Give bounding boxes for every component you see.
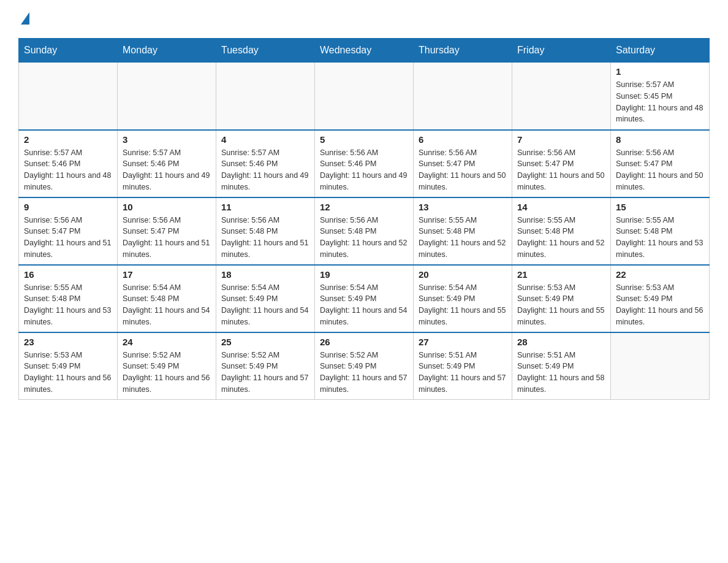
day-number: 9 xyxy=(24,202,112,212)
calendar-cell: 9Sunrise: 5:56 AMSunset: 5:47 PMDaylight… xyxy=(19,197,118,265)
day-info: Sunrise: 5:56 AMSunset: 5:47 PMDaylight:… xyxy=(123,215,211,261)
calendar-cell: 10Sunrise: 5:56 AMSunset: 5:47 PMDayligh… xyxy=(118,197,216,265)
day-of-week-header: Thursday xyxy=(414,39,512,63)
calendar-table: SundayMondayTuesdayWednesdayThursdayFrid… xyxy=(18,38,710,400)
day-info: Sunrise: 5:52 AMSunset: 5:49 PMDaylight:… xyxy=(221,350,309,396)
calendar-week-row: 9Sunrise: 5:56 AMSunset: 5:47 PMDaylight… xyxy=(19,197,710,265)
day-number: 10 xyxy=(123,202,211,212)
calendar-cell: 8Sunrise: 5:56 AMSunset: 5:47 PMDaylight… xyxy=(611,130,710,197)
day-info: Sunrise: 5:55 AMSunset: 5:48 PMDaylight:… xyxy=(517,215,605,261)
day-info: Sunrise: 5:56 AMSunset: 5:47 PMDaylight:… xyxy=(419,147,507,193)
day-number: 23 xyxy=(24,337,112,347)
day-info: Sunrise: 5:51 AMSunset: 5:49 PMDaylight:… xyxy=(419,350,507,396)
day-info: Sunrise: 5:53 AMSunset: 5:49 PMDaylight:… xyxy=(616,282,704,328)
day-info: Sunrise: 5:56 AMSunset: 5:47 PMDaylight:… xyxy=(24,215,112,261)
calendar-cell: 17Sunrise: 5:54 AMSunset: 5:48 PMDayligh… xyxy=(118,265,216,332)
day-number: 5 xyxy=(320,134,408,145)
day-info: Sunrise: 5:55 AMSunset: 5:48 PMDaylight:… xyxy=(24,282,112,328)
day-number: 13 xyxy=(419,202,507,212)
calendar-cell xyxy=(611,332,710,400)
day-of-week-header: Friday xyxy=(512,39,611,63)
day-of-week-header: Wednesday xyxy=(315,39,414,63)
day-number: 8 xyxy=(616,134,704,145)
day-number: 18 xyxy=(221,269,309,280)
calendar-cell: 15Sunrise: 5:55 AMSunset: 5:48 PMDayligh… xyxy=(611,197,710,265)
day-of-week-header: Monday xyxy=(118,39,216,63)
page-header xyxy=(18,12,710,26)
calendar-cell xyxy=(216,63,315,130)
calendar-cell: 2Sunrise: 5:57 AMSunset: 5:46 PMDaylight… xyxy=(19,130,118,197)
calendar-cell: 21Sunrise: 5:53 AMSunset: 5:49 PMDayligh… xyxy=(512,265,611,332)
day-info: Sunrise: 5:57 AMSunset: 5:45 PMDaylight:… xyxy=(616,79,704,125)
day-number: 22 xyxy=(616,269,704,280)
calendar-week-row: 16Sunrise: 5:55 AMSunset: 5:48 PMDayligh… xyxy=(19,265,710,332)
day-info: Sunrise: 5:52 AMSunset: 5:49 PMDaylight:… xyxy=(320,350,408,396)
calendar-cell: 20Sunrise: 5:54 AMSunset: 5:49 PMDayligh… xyxy=(414,265,512,332)
day-number: 3 xyxy=(123,134,211,145)
calendar-cell: 11Sunrise: 5:56 AMSunset: 5:48 PMDayligh… xyxy=(216,197,315,265)
day-of-week-header: Saturday xyxy=(611,39,710,63)
calendar-cell: 1Sunrise: 5:57 AMSunset: 5:45 PMDaylight… xyxy=(611,63,710,130)
calendar-cell: 22Sunrise: 5:53 AMSunset: 5:49 PMDayligh… xyxy=(611,265,710,332)
day-number: 12 xyxy=(320,202,408,212)
day-number: 21 xyxy=(517,269,605,280)
day-number: 7 xyxy=(517,134,605,145)
logo xyxy=(18,12,29,26)
calendar-cell xyxy=(118,63,216,130)
day-info: Sunrise: 5:53 AMSunset: 5:49 PMDaylight:… xyxy=(517,282,605,328)
day-number: 16 xyxy=(24,269,112,280)
day-info: Sunrise: 5:54 AMSunset: 5:49 PMDaylight:… xyxy=(419,282,507,328)
day-number: 11 xyxy=(221,202,309,212)
calendar-header-row: SundayMondayTuesdayWednesdayThursdayFrid… xyxy=(19,39,710,63)
calendar-cell: 14Sunrise: 5:55 AMSunset: 5:48 PMDayligh… xyxy=(512,197,611,265)
day-info: Sunrise: 5:56 AMSunset: 5:48 PMDaylight:… xyxy=(221,215,309,261)
calendar-week-row: 2Sunrise: 5:57 AMSunset: 5:46 PMDaylight… xyxy=(19,130,710,197)
calendar-cell: 27Sunrise: 5:51 AMSunset: 5:49 PMDayligh… xyxy=(414,332,512,400)
calendar-cell: 6Sunrise: 5:56 AMSunset: 5:47 PMDaylight… xyxy=(414,130,512,197)
calendar-cell: 28Sunrise: 5:51 AMSunset: 5:49 PMDayligh… xyxy=(512,332,611,400)
calendar-cell: 3Sunrise: 5:57 AMSunset: 5:46 PMDaylight… xyxy=(118,130,216,197)
day-info: Sunrise: 5:53 AMSunset: 5:49 PMDaylight:… xyxy=(24,350,112,396)
calendar-week-row: 1Sunrise: 5:57 AMSunset: 5:45 PMDaylight… xyxy=(19,63,710,130)
day-info: Sunrise: 5:52 AMSunset: 5:49 PMDaylight:… xyxy=(123,350,211,396)
day-number: 15 xyxy=(616,202,704,212)
calendar-week-row: 23Sunrise: 5:53 AMSunset: 5:49 PMDayligh… xyxy=(19,332,710,400)
day-info: Sunrise: 5:57 AMSunset: 5:46 PMDaylight:… xyxy=(221,147,309,193)
day-info: Sunrise: 5:56 AMSunset: 5:48 PMDaylight:… xyxy=(320,215,408,261)
day-of-week-header: Tuesday xyxy=(216,39,315,63)
calendar-cell: 24Sunrise: 5:52 AMSunset: 5:49 PMDayligh… xyxy=(118,332,216,400)
day-number: 20 xyxy=(419,269,507,280)
day-info: Sunrise: 5:57 AMSunset: 5:46 PMDaylight:… xyxy=(123,147,211,193)
day-info: Sunrise: 5:54 AMSunset: 5:49 PMDaylight:… xyxy=(320,282,408,328)
calendar-cell xyxy=(512,63,611,130)
calendar-cell: 7Sunrise: 5:56 AMSunset: 5:47 PMDaylight… xyxy=(512,130,611,197)
day-number: 28 xyxy=(517,337,605,347)
day-info: Sunrise: 5:57 AMSunset: 5:46 PMDaylight:… xyxy=(24,147,112,193)
calendar-cell: 25Sunrise: 5:52 AMSunset: 5:49 PMDayligh… xyxy=(216,332,315,400)
day-number: 6 xyxy=(419,134,507,145)
day-number: 14 xyxy=(517,202,605,212)
day-number: 26 xyxy=(320,337,408,347)
day-info: Sunrise: 5:55 AMSunset: 5:48 PMDaylight:… xyxy=(616,215,704,261)
day-info: Sunrise: 5:54 AMSunset: 5:49 PMDaylight:… xyxy=(221,282,309,328)
calendar-cell: 16Sunrise: 5:55 AMSunset: 5:48 PMDayligh… xyxy=(19,265,118,332)
day-info: Sunrise: 5:56 AMSunset: 5:47 PMDaylight:… xyxy=(616,147,704,193)
calendar-cell xyxy=(315,63,414,130)
calendar-cell: 23Sunrise: 5:53 AMSunset: 5:49 PMDayligh… xyxy=(19,332,118,400)
calendar-cell xyxy=(19,63,118,130)
day-of-week-header: Sunday xyxy=(19,39,118,63)
day-info: Sunrise: 5:54 AMSunset: 5:48 PMDaylight:… xyxy=(123,282,211,328)
day-info: Sunrise: 5:55 AMSunset: 5:48 PMDaylight:… xyxy=(419,215,507,261)
calendar-cell: 4Sunrise: 5:57 AMSunset: 5:46 PMDaylight… xyxy=(216,130,315,197)
day-number: 1 xyxy=(616,66,704,77)
day-number: 27 xyxy=(419,337,507,347)
calendar-cell: 5Sunrise: 5:56 AMSunset: 5:46 PMDaylight… xyxy=(315,130,414,197)
calendar-cell: 19Sunrise: 5:54 AMSunset: 5:49 PMDayligh… xyxy=(315,265,414,332)
calendar-cell: 12Sunrise: 5:56 AMSunset: 5:48 PMDayligh… xyxy=(315,197,414,265)
day-info: Sunrise: 5:56 AMSunset: 5:46 PMDaylight:… xyxy=(320,147,408,193)
day-info: Sunrise: 5:56 AMSunset: 5:47 PMDaylight:… xyxy=(517,147,605,193)
day-number: 25 xyxy=(221,337,309,347)
day-number: 17 xyxy=(123,269,211,280)
day-number: 24 xyxy=(123,337,211,347)
day-number: 2 xyxy=(24,134,112,145)
